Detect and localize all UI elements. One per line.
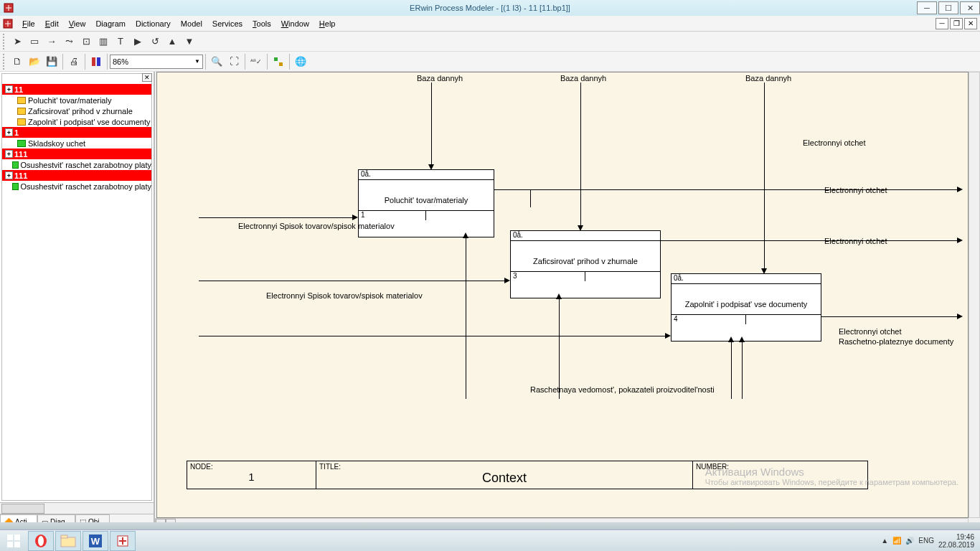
tray-lang[interactable]: ENG: [918, 537, 934, 545]
activity-box-3[interactable]: 0å. Zapolnit' i podpisat' vse documenty …: [671, 273, 821, 342]
play-icon[interactable]: ▶: [130, 34, 146, 50]
tree-node-1[interactable]: +1: [2, 127, 151, 138]
tree-view[interactable]: +11 Poluchit' tovar/materialy Zaficsirov…: [1, 73, 152, 501]
label-eotchet-2: Electronnyi otchet: [824, 237, 887, 245]
svg-rect-15: [61, 535, 67, 538]
label-rasplat: Raschetno-plateznye documenty: [839, 337, 953, 346]
save-icon[interactable]: 💾: [44, 54, 60, 70]
data-store-icon[interactable]: ▥: [95, 34, 111, 50]
maximize-button[interactable]: ☐: [938, 1, 958, 14]
tree-item[interactable]: Poluchit' tovar/materialy: [2, 95, 151, 105]
minimize-button[interactable]: ─: [917, 1, 937, 14]
undo-icon[interactable]: ↺: [147, 34, 163, 50]
label-baza1: Baza dannyh: [417, 74, 463, 83]
open-icon[interactable]: 📂: [27, 54, 42, 70]
start-button[interactable]: [1, 531, 27, 551]
label-eotchet-0: Electronnyi otchet: [803, 138, 865, 147]
canvas-area: Baza dannyh Baza dannyh Baza dannyh 0å. …: [155, 72, 980, 529]
app-icon: [3, 2, 14, 14]
titlebar: ERwin Process Modeler - [(1 І3) - 11 [11…: [0, 0, 980, 16]
print-icon[interactable]: 🖨: [66, 54, 82, 70]
menu-help[interactable]: Help: [314, 18, 341, 29]
doc-minimize-button[interactable]: ─: [936, 18, 948, 29]
svg-rect-8: [7, 534, 13, 540]
label-eotchet-3: Electronnyi otchet: [839, 327, 901, 336]
down-icon[interactable]: ▼: [182, 34, 197, 50]
menu-view[interactable]: View: [64, 18, 91, 29]
svg-rect-14: [61, 537, 75, 547]
mdi-icon[interactable]: [3, 19, 13, 29]
zoom-fit-icon[interactable]: ⛶: [226, 54, 242, 70]
arrow-tool-icon[interactable]: →: [44, 34, 60, 50]
tray-clock[interactable]: 19:46 22.08.2019: [938, 533, 974, 549]
menu-tools[interactable]: Tools: [248, 18, 276, 29]
explorer-hscroll[interactable]: [0, 502, 154, 514]
tree-item[interactable]: Osushestvit' raschet zarabotnoy platy: [2, 181, 151, 192]
menu-file[interactable]: File: [17, 18, 40, 29]
tree-node-111a[interactable]: +111: [2, 149, 151, 159]
tray-network-icon[interactable]: 📶: [892, 537, 901, 545]
menu-edit[interactable]: Edit: [40, 18, 64, 29]
activity-box-2[interactable]: 0å. Zaficsirovat' prihod v zhurnale 3: [510, 230, 661, 298]
spellcheck-icon[interactable]: ᴬᴮ✓: [248, 54, 264, 70]
tree-node-11[interactable]: +11: [2, 84, 151, 95]
label-spisok2: Electronnyi Spisok tovarov/spisok materi…: [266, 291, 423, 300]
taskbar: W ▲ 📶 🔊 ENG 19:46 22.08.2019: [0, 529, 980, 551]
grip[interactable]: [3, 34, 7, 50]
tray-sound-icon[interactable]: 🔊: [905, 537, 914, 545]
svg-text:W: W: [91, 536, 100, 547]
text-tool-icon[interactable]: T: [113, 34, 128, 50]
menu-window[interactable]: Window: [276, 18, 314, 29]
activity-tool-icon[interactable]: ▭: [27, 34, 42, 50]
chevron-down-icon[interactable]: ▼: [194, 58, 200, 65]
tray-chevron-icon[interactable]: ▲: [881, 537, 888, 545]
diagram-canvas[interactable]: Baza dannyh Baza dannyh Baza dannyh 0å. …: [156, 72, 969, 518]
tree-item[interactable]: Zapolnit' i podpisat' vse documenty: [2, 116, 151, 127]
label-baza2: Baza dannyh: [560, 74, 606, 83]
model-explorer: ✕ +11 Poluchit' tovar/materialy Zaficsir…: [0, 72, 155, 529]
menu-model[interactable]: Model: [176, 18, 207, 29]
svg-rect-3: [97, 57, 100, 66]
tree-item[interactable]: Zaficsirovat' prihod v zhurnale: [2, 105, 151, 116]
up-icon[interactable]: ▲: [164, 34, 180, 50]
report-icon[interactable]: [88, 54, 104, 70]
zoom-combo[interactable]: ▼: [110, 55, 203, 69]
svg-rect-9: [14, 534, 20, 540]
taskbar-explorer-icon[interactable]: [55, 531, 81, 551]
model-explorer-icon[interactable]: [270, 54, 286, 70]
tree-item[interactable]: Osushestvit' raschet zarabotnoy platy: [2, 159, 151, 170]
canvas-vscroll[interactable]: [969, 72, 980, 518]
svg-rect-10: [7, 542, 13, 547]
zoom-in-icon[interactable]: 🔍: [209, 54, 225, 70]
menu-diagram[interactable]: Diagram: [90, 18, 131, 29]
svg-point-13: [38, 536, 44, 546]
zoom-input[interactable]: [113, 57, 194, 66]
label-rasved: Raschetnaya vedomost', pokazateli proizv…: [530, 385, 715, 394]
doc-close-button[interactable]: ✕: [964, 18, 977, 29]
svg-rect-11: [14, 542, 20, 547]
taskbar-word-icon[interactable]: W: [83, 531, 108, 551]
external-ref-icon[interactable]: ⊡: [78, 34, 94, 50]
tree-item[interactable]: Skladskoy uchet: [2, 138, 151, 149]
squiggle-tool-icon[interactable]: ⤳: [61, 34, 77, 50]
close-button[interactable]: ✕: [960, 1, 980, 14]
taskbar-erwin-icon[interactable]: [110, 531, 136, 551]
doc-restore-button[interactable]: ❐: [950, 18, 963, 29]
tree-node-111b[interactable]: +111: [2, 170, 151, 181]
title-block: NODE: 1 TITLE: Context NUMBER:: [187, 461, 868, 489]
menu-dictionary[interactable]: Dictionary: [131, 18, 176, 29]
svg-rect-4: [274, 57, 278, 61]
explorer-close-button[interactable]: ✕: [142, 73, 152, 82]
window-title: ERwin Process Modeler - [(1 І3) - 11 [11…: [410, 4, 570, 12]
globe-icon[interactable]: 🌐: [293, 54, 308, 70]
svg-rect-2: [92, 57, 95, 66]
taskbar-opera-icon[interactable]: [28, 531, 54, 551]
pointer-tool-icon[interactable]: ➤: [9, 34, 25, 50]
desktop-wallpaper-strip: [0, 522, 980, 529]
grip[interactable]: [3, 54, 7, 70]
menu-services[interactable]: Services: [207, 18, 248, 29]
new-icon[interactable]: 🗋: [9, 54, 25, 70]
main-area: ✕ +11 Poluchit' tovar/materialy Zaficsir…: [0, 72, 980, 529]
label-baza3: Baza dannyh: [745, 74, 791, 83]
label-spisok1: Electronnyi Spisok tovarov/spisok materi…: [238, 222, 395, 230]
